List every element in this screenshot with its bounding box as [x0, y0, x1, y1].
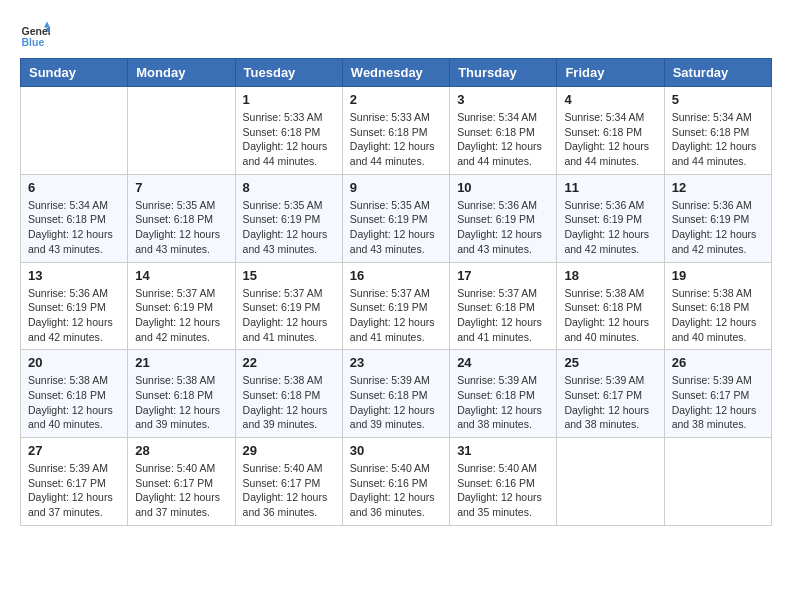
day-info: Sunrise: 5:39 AM Sunset: 6:17 PM Dayligh…: [672, 373, 764, 432]
day-info: Sunrise: 5:40 AM Sunset: 6:16 PM Dayligh…: [350, 461, 442, 520]
day-cell: 11Sunrise: 5:36 AM Sunset: 6:19 PM Dayli…: [557, 174, 664, 262]
day-number: 25: [564, 355, 656, 370]
day-cell: 7Sunrise: 5:35 AM Sunset: 6:18 PM Daylig…: [128, 174, 235, 262]
day-info: Sunrise: 5:36 AM Sunset: 6:19 PM Dayligh…: [28, 286, 120, 345]
day-cell: 24Sunrise: 5:39 AM Sunset: 6:18 PM Dayli…: [450, 350, 557, 438]
day-number: 12: [672, 180, 764, 195]
day-cell: 16Sunrise: 5:37 AM Sunset: 6:19 PM Dayli…: [342, 262, 449, 350]
logo: General Blue: [20, 20, 54, 50]
day-number: 14: [135, 268, 227, 283]
day-info: Sunrise: 5:35 AM Sunset: 6:19 PM Dayligh…: [243, 198, 335, 257]
weekday-header-tuesday: Tuesday: [235, 59, 342, 87]
week-row-2: 6Sunrise: 5:34 AM Sunset: 6:18 PM Daylig…: [21, 174, 772, 262]
day-cell: 25Sunrise: 5:39 AM Sunset: 6:17 PM Dayli…: [557, 350, 664, 438]
day-cell: 6Sunrise: 5:34 AM Sunset: 6:18 PM Daylig…: [21, 174, 128, 262]
svg-text:Blue: Blue: [22, 36, 45, 48]
week-row-5: 27Sunrise: 5:39 AM Sunset: 6:17 PM Dayli…: [21, 438, 772, 526]
day-number: 3: [457, 92, 549, 107]
day-info: Sunrise: 5:37 AM Sunset: 6:18 PM Dayligh…: [457, 286, 549, 345]
day-cell: 3Sunrise: 5:34 AM Sunset: 6:18 PM Daylig…: [450, 87, 557, 175]
day-cell: 12Sunrise: 5:36 AM Sunset: 6:19 PM Dayli…: [664, 174, 771, 262]
weekday-header-sunday: Sunday: [21, 59, 128, 87]
day-cell: 31Sunrise: 5:40 AM Sunset: 6:16 PM Dayli…: [450, 438, 557, 526]
day-cell: [557, 438, 664, 526]
day-number: 8: [243, 180, 335, 195]
day-cell: 28Sunrise: 5:40 AM Sunset: 6:17 PM Dayli…: [128, 438, 235, 526]
day-cell: 23Sunrise: 5:39 AM Sunset: 6:18 PM Dayli…: [342, 350, 449, 438]
day-info: Sunrise: 5:40 AM Sunset: 6:17 PM Dayligh…: [243, 461, 335, 520]
page-header: General Blue: [20, 20, 772, 50]
day-info: Sunrise: 5:40 AM Sunset: 6:17 PM Dayligh…: [135, 461, 227, 520]
weekday-header-monday: Monday: [128, 59, 235, 87]
day-info: Sunrise: 5:40 AM Sunset: 6:16 PM Dayligh…: [457, 461, 549, 520]
day-info: Sunrise: 5:34 AM Sunset: 6:18 PM Dayligh…: [28, 198, 120, 257]
day-cell: 10Sunrise: 5:36 AM Sunset: 6:19 PM Dayli…: [450, 174, 557, 262]
weekday-header-wednesday: Wednesday: [342, 59, 449, 87]
day-info: Sunrise: 5:38 AM Sunset: 6:18 PM Dayligh…: [564, 286, 656, 345]
day-cell: 30Sunrise: 5:40 AM Sunset: 6:16 PM Dayli…: [342, 438, 449, 526]
weekday-header-row: SundayMondayTuesdayWednesdayThursdayFrid…: [21, 59, 772, 87]
day-number: 21: [135, 355, 227, 370]
day-number: 19: [672, 268, 764, 283]
day-number: 2: [350, 92, 442, 107]
day-info: Sunrise: 5:36 AM Sunset: 6:19 PM Dayligh…: [564, 198, 656, 257]
day-number: 13: [28, 268, 120, 283]
weekday-header-saturday: Saturday: [664, 59, 771, 87]
day-cell: 18Sunrise: 5:38 AM Sunset: 6:18 PM Dayli…: [557, 262, 664, 350]
day-cell: 5Sunrise: 5:34 AM Sunset: 6:18 PM Daylig…: [664, 87, 771, 175]
day-cell: 15Sunrise: 5:37 AM Sunset: 6:19 PM Dayli…: [235, 262, 342, 350]
day-cell: [21, 87, 128, 175]
day-info: Sunrise: 5:39 AM Sunset: 6:18 PM Dayligh…: [457, 373, 549, 432]
week-row-1: 1Sunrise: 5:33 AM Sunset: 6:18 PM Daylig…: [21, 87, 772, 175]
day-cell: 22Sunrise: 5:38 AM Sunset: 6:18 PM Dayli…: [235, 350, 342, 438]
day-number: 22: [243, 355, 335, 370]
day-info: Sunrise: 5:37 AM Sunset: 6:19 PM Dayligh…: [135, 286, 227, 345]
day-number: 20: [28, 355, 120, 370]
day-info: Sunrise: 5:38 AM Sunset: 6:18 PM Dayligh…: [672, 286, 764, 345]
day-number: 27: [28, 443, 120, 458]
day-cell: 13Sunrise: 5:36 AM Sunset: 6:19 PM Dayli…: [21, 262, 128, 350]
day-info: Sunrise: 5:36 AM Sunset: 6:19 PM Dayligh…: [457, 198, 549, 257]
day-info: Sunrise: 5:37 AM Sunset: 6:19 PM Dayligh…: [243, 286, 335, 345]
day-info: Sunrise: 5:34 AM Sunset: 6:18 PM Dayligh…: [564, 110, 656, 169]
day-number: 24: [457, 355, 549, 370]
day-number: 16: [350, 268, 442, 283]
day-number: 4: [564, 92, 656, 107]
day-info: Sunrise: 5:39 AM Sunset: 6:17 PM Dayligh…: [28, 461, 120, 520]
day-cell: 29Sunrise: 5:40 AM Sunset: 6:17 PM Dayli…: [235, 438, 342, 526]
day-cell: [664, 438, 771, 526]
day-cell: 17Sunrise: 5:37 AM Sunset: 6:18 PM Dayli…: [450, 262, 557, 350]
day-info: Sunrise: 5:34 AM Sunset: 6:18 PM Dayligh…: [457, 110, 549, 169]
day-number: 7: [135, 180, 227, 195]
day-info: Sunrise: 5:36 AM Sunset: 6:19 PM Dayligh…: [672, 198, 764, 257]
day-number: 6: [28, 180, 120, 195]
week-row-4: 20Sunrise: 5:38 AM Sunset: 6:18 PM Dayli…: [21, 350, 772, 438]
day-info: Sunrise: 5:33 AM Sunset: 6:18 PM Dayligh…: [243, 110, 335, 169]
day-number: 5: [672, 92, 764, 107]
day-number: 1: [243, 92, 335, 107]
day-cell: 21Sunrise: 5:38 AM Sunset: 6:18 PM Dayli…: [128, 350, 235, 438]
day-number: 29: [243, 443, 335, 458]
day-number: 10: [457, 180, 549, 195]
day-cell: [128, 87, 235, 175]
day-info: Sunrise: 5:34 AM Sunset: 6:18 PM Dayligh…: [672, 110, 764, 169]
day-number: 15: [243, 268, 335, 283]
day-cell: 2Sunrise: 5:33 AM Sunset: 6:18 PM Daylig…: [342, 87, 449, 175]
day-info: Sunrise: 5:39 AM Sunset: 6:17 PM Dayligh…: [564, 373, 656, 432]
day-cell: 4Sunrise: 5:34 AM Sunset: 6:18 PM Daylig…: [557, 87, 664, 175]
day-info: Sunrise: 5:39 AM Sunset: 6:18 PM Dayligh…: [350, 373, 442, 432]
day-info: Sunrise: 5:37 AM Sunset: 6:19 PM Dayligh…: [350, 286, 442, 345]
day-cell: 20Sunrise: 5:38 AM Sunset: 6:18 PM Dayli…: [21, 350, 128, 438]
day-number: 31: [457, 443, 549, 458]
day-cell: 27Sunrise: 5:39 AM Sunset: 6:17 PM Dayli…: [21, 438, 128, 526]
day-cell: 14Sunrise: 5:37 AM Sunset: 6:19 PM Dayli…: [128, 262, 235, 350]
day-number: 28: [135, 443, 227, 458]
day-number: 30: [350, 443, 442, 458]
day-cell: 1Sunrise: 5:33 AM Sunset: 6:18 PM Daylig…: [235, 87, 342, 175]
day-cell: 9Sunrise: 5:35 AM Sunset: 6:19 PM Daylig…: [342, 174, 449, 262]
day-cell: 8Sunrise: 5:35 AM Sunset: 6:19 PM Daylig…: [235, 174, 342, 262]
day-number: 11: [564, 180, 656, 195]
day-number: 18: [564, 268, 656, 283]
day-number: 9: [350, 180, 442, 195]
weekday-header-thursday: Thursday: [450, 59, 557, 87]
